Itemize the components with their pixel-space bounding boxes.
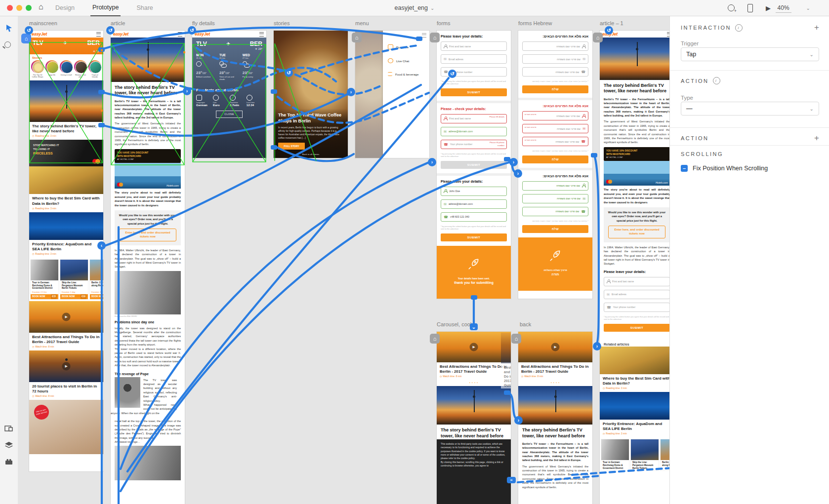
close-button[interactable]: CLOSE [216,111,243,118]
tour-card[interactable]: Skip the Line: Pergamon Museum Berlin Ti… [60,260,88,299]
order-tickets-button[interactable]: Enter here, and order discounted tickets… [608,226,665,238]
scroll-position-badge[interactable]: = [507,477,516,483]
email-field-filled[interactable]: ✉ שם פרטי ושם משפחה [522,194,588,203]
selection-handle[interactable] [183,51,185,53]
back-interaction-badge[interactable]: ↺ [25,26,33,35]
selection-handle[interactable] [101,110,103,112]
name-field-filled[interactable]: John Doe [441,187,507,196]
back-interaction-badge[interactable]: ↺ [285,69,293,77]
menu-item-food-beverage[interactable]: Food & beverage [383,68,429,80]
wire-arrow-badge[interactable]: › [593,342,601,350]
plugins-icon[interactable] [4,458,13,465]
chevron-down-icon[interactable]: ⌄ [430,5,434,11]
zoom-chevron-icon[interactable]: ⌄ [806,5,810,11]
video-card[interactable]: ▶ 20 tourist places to visit in Berlin i… [29,350,103,400]
submit-button[interactable]: שלח [522,85,588,93]
info-icon[interactable]: i [713,77,720,84]
home-flow-badge[interactable]: ⌂ [352,33,362,42]
selection-handle[interactable] [101,49,103,51]
phone-field-error[interactable]: ☎ Your phone number Please fill phone nu… [441,140,507,149]
type-select[interactable]: — ⌄ [681,102,819,116]
zoom-control[interactable]: 40% ⌄ [776,0,810,16]
wire-arrow-badge[interactable]: › [428,158,436,166]
artboard-label-stories[interactable]: stories [274,20,290,26]
artboard-label-fly-details[interactable]: fly details [192,20,215,26]
cookie-banner[interactable]: This website or its third-party tools us… [437,439,511,504]
tour-card[interactable]: Tour in German: Reichstag Dome & Goverme… [601,439,629,470]
email-field-filled[interactable]: ✉ adress@domain.com [441,199,507,209]
related-card[interactable]: Priority Entrance: AquaDom and SEA LIFE … [600,392,674,437]
tab-share[interactable]: Share [134,0,155,16]
hamburger-menu-icon[interactable] [178,32,182,37]
layers-icon[interactable] [4,441,13,449]
submit-button[interactable]: SUBMIT [441,233,507,241]
name-field-error[interactable]: First and last name Please fill details [441,114,507,123]
hamburger-menu-icon[interactable] [96,32,101,37]
wire-plug[interactable] [271,89,277,94]
tab-prototype[interactable]: Prototype [90,0,121,16]
window-minimize-button[interactable] [16,5,22,11]
name-field-error[interactable]: שם פרטי ושם משפחה פרטים חסרים [522,111,588,120]
back-interaction-badge[interactable]: ↺ [106,26,115,35]
flight-banner[interactable]: TLV ✈ BER ☀ 23° [29,38,103,54]
wire-plug[interactable] [271,145,277,150]
book-now-button[interactable]: BOOK NOW €15 [31,294,58,299]
book-now-button[interactable]: BOOK NOW [90,294,103,299]
artboard-forms[interactable]: Please leave your details: First and las… [437,31,511,299]
submit-button[interactable]: SUBMIT [441,88,507,96]
artboard-forms-hebrew[interactable]: אנא מלא את הפרטים הבאים: שם פרטי ושם משפ… [518,31,592,299]
menu-item-live-chat[interactable]: Live Chat [383,54,429,68]
phone-field-error[interactable]: ☎ שם פרטי ושם משפחה פרטים חסרים [522,137,588,146]
tour-card[interactable]: Berlin: 2,5 h Boat Tour along River Spre… [90,260,103,299]
email-field[interactable]: ✉ Email adress [604,290,670,299]
mastercard-ad[interactable]: STOP WATCHING IT TO LIVING IT PRICELESS [29,140,103,166]
book-now-button[interactable]: BOOK NOW €10 [60,294,88,299]
artboard-article[interactable]: easyJet The story behind Berlin's TV tow… [111,31,185,504]
artboard-label-article[interactable]: article [111,20,125,26]
add-interaction-button[interactable]: + [814,23,819,33]
wire-arrow-badge[interactable]: › [514,169,522,178]
story-avatar[interactable]: History come alive [74,60,87,78]
video-card[interactable]: ▶ Best Attractions and Things To Do in B… [437,332,511,380]
home-flow-badge[interactable]: ⌂ [593,33,603,42]
add-action-button[interactable]: + [814,133,819,143]
hamburger-menu-icon[interactable] [259,32,264,37]
email-field-error[interactable]: ✉ שם פרטי ושם משפחה פרטים חסרים [522,124,588,133]
artboard-label-menu[interactable]: menu [355,20,369,26]
back-interaction-badge[interactable]: ↺ [605,26,613,35]
artboard-label-back[interactable]: back [520,321,531,327]
email-field[interactable]: ✉ שם פרטי ושם משפחה [522,54,588,64]
name-field[interactable]: First and last name [604,277,670,286]
artboard-mainscreen[interactable]: easyJet TLV ✈ BER ☀ 23° Stories The Top … [29,31,103,471]
prototype-wire[interactable] [594,155,599,345]
phone-field-filled[interactable]: ☎ +48 603 121 040 [441,212,507,222]
video-card[interactable]: ▶ Best Attractions and Things To Do in B… [518,332,592,380]
wire-arrow-badge[interactable]: › [514,416,523,425]
artboard-label-mainscreen[interactable]: mainscreen [29,20,57,26]
story-avatar[interactable]: The Top 10 Coffee Shops [31,60,44,78]
name-field[interactable]: שם פרטי ושם משפחה [522,41,588,51]
home-icon[interactable]: ⌂ [39,2,43,11]
article-card[interactable]: The story behind Berlin's TV tower, like… [29,80,103,140]
invite-user-icon[interactable] [728,4,735,11]
wire-plug[interactable] [98,123,105,127]
back-interaction-badge[interactable]: ↺ [448,70,456,78]
window-zoom-button[interactable] [26,5,32,11]
carousel-dots[interactable]: • • • • [518,380,592,386]
submit-button[interactable]: SUBMIT [604,324,670,332]
phone-field[interactable]: ☎ Your phone number [604,303,670,312]
wire-plug[interactable] [416,37,422,41]
hotels-ad-image[interactable]: Hotels.com [604,161,670,186]
name-field[interactable]: First and last name [441,41,507,51]
home-flow-badge[interactable]: ⌂ [430,33,440,42]
submit-button[interactable]: שלח [522,225,588,233]
video-card[interactable]: ▶ Best Attractions and Things To Do in B… [29,301,103,350]
name-field-filled[interactable]: שם פרטי ושם משפחה [522,181,588,191]
fix-position-checkbox[interactable]: – [681,165,688,172]
wire-plug[interactable] [591,153,597,157]
wire-arrow-badge[interactable]: › [347,88,355,96]
trigger-select[interactable]: Tap ⌄ [681,47,819,61]
order-tickets-button[interactable]: Enter here, and order discounted tickets… [119,229,176,241]
full-story-button[interactable]: FULL STORY [278,143,305,150]
home-flow-badge[interactable]: ⌂ [21,34,31,43]
